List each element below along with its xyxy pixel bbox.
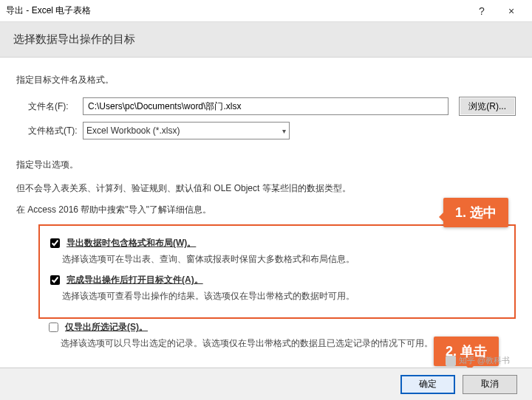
help-button[interactable]: ?	[467, 5, 497, 17]
ok-button[interactable]: 确定	[400, 375, 455, 394]
titlebar: 导出 - Excel 电子表格 ? ×	[0, 0, 532, 22]
option-format-layout: 导出数据时包含格式和布局(W)。 选择该选项可在导出表、查询、窗体或报表时保留大…	[47, 236, 507, 266]
option-format-layout-checkbox[interactable]	[50, 238, 60, 248]
option-selected-only-checkbox[interactable]	[49, 323, 58, 332]
option-open-after-checkbox[interactable]	[50, 275, 60, 285]
section2-label: 指定导出选项。	[16, 159, 516, 171]
filename-label: 文件名(F):	[16, 100, 83, 113]
fileformat-value: Excel Workbook (*.xlsx)	[86, 125, 180, 136]
dialog-footer: 确定 取消	[0, 368, 532, 400]
filename-row: 文件名(F): 浏览(R)...	[16, 97, 516, 116]
fileformat-label: 文件格式(T):	[16, 125, 83, 137]
fileformat-row: 文件格式(T): Excel Workbook (*.xlsx) ▾	[16, 122, 516, 139]
annotation-callout-1: 1. 选中	[443, 198, 508, 227]
chevron-down-icon: ▾	[282, 127, 286, 135]
highlighted-options: 导出数据时包含格式和布局(W)。 选择该选项可在导出表、查询、窗体或报表时保留大…	[38, 224, 516, 319]
option-open-after-label: 完成导出操作后打开目标文件(A)。	[66, 274, 203, 286]
browse-button[interactable]: 浏览(R)...	[459, 97, 516, 116]
close-button[interactable]: ×	[497, 5, 526, 17]
option-open-after: 完成导出操作后打开目标文件(A)。 选择该选项可查看导出操作的结果。该选项仅在导…	[47, 273, 507, 303]
section1-label: 指定目标文件名及格式。	[16, 74, 516, 86]
option-format-layout-label: 导出数据时包含格式和布局(W)。	[66, 237, 196, 249]
option-open-after-desc: 选择该选项可查看导出操作的结果。该选项仅在导出带格式的数据时可用。	[62, 290, 507, 303]
annotation-callout-2: 2. 单击	[434, 337, 499, 366]
option-selected-only-label: 仅导出所选记录(S)。	[65, 321, 148, 334]
window-title: 导出 - Excel 电子表格	[6, 4, 467, 17]
dialog-subheader: 选择数据导出操作的目标	[0, 22, 532, 58]
info-para1: 但不会导入表关系、计算列、验证规则、默认值和 OLE Object 等某些旧的数…	[16, 182, 516, 196]
option-format-layout-desc: 选择该选项可在导出表、查询、窗体或报表时保留大多数格式和布局信息。	[62, 253, 507, 266]
filename-input[interactable]	[83, 97, 449, 115]
fileformat-select[interactable]: Excel Workbook (*.xlsx) ▾	[83, 122, 290, 139]
cancel-button[interactable]: 取消	[463, 375, 517, 394]
